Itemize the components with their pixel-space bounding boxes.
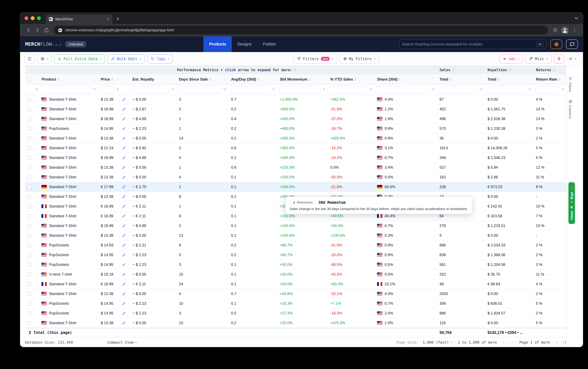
column-header-momentum-30d[interactable]: 30d Momentum: [280, 77, 307, 81]
row-checkbox[interactable]: [27, 165, 32, 170]
row-checkbox[interactable]: [27, 292, 32, 296]
filter-funnel-icon[interactable]: [480, 88, 483, 91]
row-checkbox[interactable]: [27, 117, 32, 121]
column-menu-icon[interactable]: ⋮: [322, 77, 326, 81]
delete-button[interactable]: [554, 54, 564, 63]
filter-funnel-icon[interactable]: [116, 88, 119, 91]
table-row[interactable]: Standard T-Shirt€ 16.99~ € 2.11240.1+50.…: [25, 279, 567, 289]
address-bar[interactable]: chrome-extension://oljoghgilhcjjknmahegn…: [54, 26, 548, 34]
reload-button[interactable]: [44, 27, 49, 33]
forward-button[interactable]: [35, 27, 40, 33]
column-menu-icon[interactable]: ⋮: [432, 77, 435, 81]
extensions-icon[interactable]: [553, 27, 558, 33]
edit-price-icon[interactable]: [122, 107, 126, 111]
row-checkbox[interactable]: [27, 185, 32, 189]
table-row[interactable]: Standard T-Shirt$ 19.99~ $ 4.8940.1+300.…: [25, 153, 567, 163]
filter-funnel-icon[interactable]: [432, 88, 435, 91]
sort-desc-icon[interactable]: ↓: [309, 77, 311, 81]
row-checkbox[interactable]: [27, 127, 32, 130]
edit-price-icon[interactable]: [122, 253, 126, 257]
row-checkbox[interactable]: [27, 253, 32, 257]
table-row[interactable]: Standard T-Shirt$ 13.38~ $ 0.0040.7+43.8…: [25, 289, 567, 299]
table-row[interactable]: Standard T-Shirt$ 16.99~ $ 2.6720.2+600.…: [25, 104, 567, 114]
column-header-avg-day-30d[interactable]: Avg/Day (30d): [231, 77, 256, 81]
edit-price-icon[interactable]: [122, 185, 126, 189]
ideas-bugs-tab[interactable]: Ideas 💡 + Bugs 🐛: [568, 182, 575, 224]
select-all-checkbox[interactable]: [27, 77, 32, 81]
maximize-window-button[interactable]: [37, 16, 41, 20]
edit-price-icon[interactable]: [122, 321, 126, 325]
row-checkbox[interactable]: [27, 311, 32, 315]
table-row[interactable]: Standard T-Shirt€ 17.99~ € 2.7010.1+200.…: [25, 182, 567, 192]
sort-icon[interactable]: ▴▾: [112, 78, 113, 81]
ads-button[interactable]: Ads▾: [499, 54, 523, 63]
filter-funnel-icon[interactable]: [322, 88, 326, 91]
edit-price-icon[interactable]: [122, 292, 126, 296]
last-page-button[interactable]: ›|: [562, 340, 567, 344]
browser-menu-icon[interactable]: [572, 27, 577, 33]
column-header-ytd-sales[interactable]: % YTD Sales: [330, 77, 353, 81]
filter-funnel-icon[interactable]: [561, 88, 565, 91]
edit-price-icon[interactable]: [122, 311, 126, 315]
sort-icon[interactable]: ▴▾: [258, 78, 259, 81]
nav-designs[interactable]: Designs: [232, 36, 257, 52]
edit-price-icon[interactable]: [122, 282, 126, 286]
table-row[interactable]: PopSockets$ 14.93~ $ 2.2190.2+66.7%-41.0…: [25, 240, 567, 250]
filter-funnel-icon[interactable]: [369, 88, 373, 91]
row-checkbox[interactable]: [27, 107, 32, 111]
edit-price-icon[interactable]: [122, 214, 126, 218]
tab-close-icon[interactable]: [106, 17, 110, 21]
my-filters-button[interactable]: My Filters▾: [339, 54, 379, 63]
row-checkbox[interactable]: [27, 156, 32, 160]
column-header-days-since-sale[interactable]: Days Since Sale: [179, 77, 208, 81]
row-checkbox[interactable]: [27, 195, 32, 199]
column-header-product[interactable]: Product: [42, 77, 56, 81]
group-royalties[interactable]: Royalties›: [488, 66, 511, 74]
column-header-share-30d[interactable]: Share (30d): [377, 77, 398, 81]
table-row[interactable]: Standard T-Shirt$ 19.99~ $ 4.8920.1+100.…: [25, 221, 567, 231]
filter-input-price[interactable]: [100, 86, 114, 93]
table-row[interactable]: PopSockets$ 14.95~ $ 2.2350.2+66.7%-20.0…: [25, 250, 567, 260]
nav-publish[interactable]: Publish: [257, 36, 282, 52]
table-row[interactable]: Standard T-Shirt$ 13.38~ $ 0.0040.1+200.…: [25, 172, 567, 182]
column-menu-icon[interactable]: ⋮: [223, 77, 227, 81]
back-button[interactable]: [26, 27, 31, 33]
edit-price-icon[interactable]: [122, 165, 126, 170]
expand-chevron-icon[interactable]: ›: [294, 68, 296, 72]
table-row[interactable]: Standard T-Shirt$ 13.38~ $ 0.00100.2+20.…: [25, 318, 567, 328]
table-row[interactable]: PopSockets$ 14.95~ $ 2.2310.2+400.0%-16.…: [25, 124, 567, 134]
filter-input-royalties-total[interactable]: [487, 86, 526, 93]
edit-price-icon[interactable]: [122, 224, 126, 228]
view-mode-select[interactable]: Compact View▾: [107, 340, 137, 344]
table-row[interactable]: PopSockets$ 14.95~ $ 2.23100.1+33.3%+7.1…: [25, 299, 567, 309]
row-checkbox[interactable]: [27, 301, 32, 306]
edit-price-icon[interactable]: [122, 127, 126, 130]
column-header-est-royalty[interactable]: Est. Royalty: [133, 77, 154, 81]
table-row[interactable]: Standard T-Shirt$ 13.38~ $ 0.00140.2+400…: [25, 134, 567, 143]
minimize-window-button[interactable]: [31, 16, 34, 20]
filter-funnel-icon[interactable]: [171, 88, 175, 91]
row-checkbox[interactable]: [27, 272, 32, 276]
column-header-return-rate[interactable]: Return Rate: [536, 77, 557, 81]
row-checkbox[interactable]: [27, 175, 32, 179]
tags-button[interactable]: Tags▾: [147, 54, 173, 63]
filter-funnel-icon[interactable]: [528, 88, 532, 91]
edit-price-icon[interactable]: [122, 175, 126, 179]
first-page-button[interactable]: |‹: [503, 340, 507, 344]
sort-icon[interactable]: ▴▾: [559, 78, 560, 81]
close-window-button[interactable]: [24, 16, 28, 20]
expand-chevron-icon[interactable]: ›: [553, 68, 555, 72]
edit-price-icon[interactable]: [122, 233, 126, 238]
table-row[interactable]: Standard T-Shirt$ 19.99~ $ 4.8910.4+450.…: [25, 114, 567, 124]
row-checkbox[interactable]: [27, 146, 32, 150]
edit-price-icon[interactable]: [122, 301, 126, 306]
filters-button[interactable]: Filtersnew▾: [294, 54, 337, 63]
tab-search-button[interactable]: [574, 15, 579, 21]
edit-price-icon[interactable]: [122, 263, 126, 267]
sort-icon[interactable]: ▴▾: [498, 78, 499, 81]
filter-funnel-icon[interactable]: [223, 88, 227, 91]
new-tab-button[interactable]: [116, 17, 120, 21]
rail-filters-tab[interactable]: Filters: [568, 77, 572, 92]
filter-input-ytd-sales[interactable]: [330, 86, 368, 93]
filter-input-share-30d[interactable]: [377, 86, 430, 93]
